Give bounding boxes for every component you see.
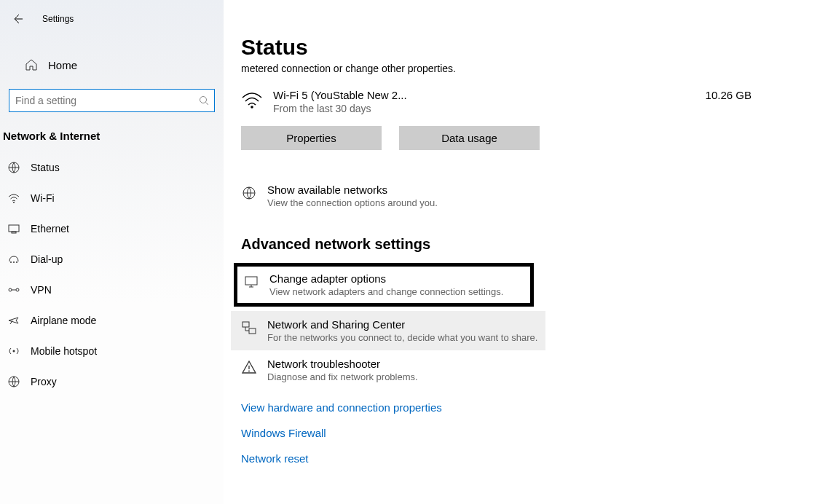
- sidebar-item-dialup[interactable]: Dial-up: [1, 244, 224, 275]
- sidebar-item-label: Wi-Fi: [31, 192, 55, 204]
- properties-button[interactable]: Properties: [241, 126, 382, 150]
- option-title: Network and Sharing Center: [267, 318, 537, 331]
- search-wrap: [9, 89, 215, 112]
- section-heading: Advanced network settings: [241, 236, 803, 253]
- svg-point-5: [10, 261, 12, 263]
- svg-point-17: [248, 371, 250, 372]
- sidebar-item-airplane[interactable]: Airplane mode: [1, 305, 224, 336]
- option-sub: View the connection options around you.: [267, 197, 438, 208]
- svg-rect-15: [243, 322, 249, 327]
- svg-point-2: [13, 202, 15, 203]
- home-label: Home: [48, 59, 77, 71]
- svg-point-9: [16, 288, 19, 291]
- svg-rect-4: [12, 232, 16, 233]
- sidebar: Settings Home Network & Internet Status …: [0, 0, 224, 504]
- vpn-icon: [7, 283, 20, 296]
- dialup-icon: [7, 253, 20, 266]
- network-name: Wi-Fi 5 (YouStable New 2...: [273, 89, 706, 101]
- option-title: Change adapter options: [269, 272, 503, 285]
- network-sub: From the last 30 days: [273, 103, 706, 114]
- airplane-icon: [7, 314, 20, 327]
- sidebar-item-vpn[interactable]: VPN: [1, 275, 224, 305]
- cutoff-text: metered connection or change other prope…: [241, 63, 803, 74]
- globe-icon: [241, 185, 257, 201]
- sidebar-item-status[interactable]: Status: [1, 152, 224, 183]
- option-title: Network troubleshooter: [267, 358, 418, 370]
- page-title: Status: [241, 35, 803, 60]
- svg-rect-16: [249, 328, 256, 334]
- sidebar-item-wifi[interactable]: Wi-Fi: [1, 183, 224, 213]
- sidebar-home[interactable]: Home: [0, 51, 224, 79]
- wifi-icon: [241, 90, 266, 109]
- network-sharing-center[interactable]: Network and Sharing Center For the netwo…: [241, 318, 541, 343]
- svg-point-6: [13, 261, 15, 263]
- svg-point-7: [16, 261, 17, 263]
- app-title: Settings: [42, 14, 74, 24]
- sidebar-item-label: Status: [31, 162, 60, 173]
- sidebar-item-label: Airplane mode: [31, 315, 96, 326]
- category-label: Network & Internet: [1, 112, 224, 152]
- usage-amount: 10.26 GB: [706, 89, 803, 101]
- back-button[interactable]: [9, 10, 26, 28]
- option-sub: Diagnose and fix network problems.: [267, 371, 418, 382]
- monitor-icon: [243, 274, 259, 290]
- sidebar-item-ethernet[interactable]: Ethernet: [1, 213, 224, 244]
- sidebar-item-label: Dial-up: [31, 253, 63, 265]
- home-icon: [25, 58, 38, 71]
- hotspot-icon: [7, 344, 20, 358]
- sidebar-item-hotspot[interactable]: Mobile hotspot: [1, 336, 224, 366]
- svg-rect-14: [245, 277, 257, 285]
- arrow-left-icon: [12, 13, 23, 25]
- svg-rect-3: [9, 225, 19, 232]
- svg-point-8: [9, 288, 12, 291]
- sidebar-item-proxy[interactable]: Proxy: [1, 366, 224, 397]
- change-adapter-options[interactable]: Change adapter options View network adap…: [243, 271, 526, 299]
- sidebar-item-label: VPN: [31, 284, 52, 296]
- show-available-networks[interactable]: Show available networks View the connect…: [241, 176, 803, 216]
- change-adapter-highlight: Change adapter options View network adap…: [234, 263, 534, 307]
- sharing-icon: [241, 320, 257, 336]
- search-input[interactable]: [9, 89, 215, 112]
- sidebar-item-label: Mobile hotspot: [31, 345, 97, 357]
- option-title: Show available networks: [267, 184, 438, 196]
- main-content: Status metered connection or change othe…: [224, 0, 820, 504]
- globe-icon: [7, 161, 20, 174]
- svg-point-0: [200, 97, 207, 103]
- network-troubleshooter[interactable]: Network troubleshooter Diagnose and fix …: [241, 350, 803, 390]
- proxy-icon: [7, 375, 20, 388]
- svg-point-10: [13, 350, 15, 353]
- link-windows-firewall[interactable]: Windows Firewall: [241, 427, 803, 439]
- wifi-icon: [7, 192, 20, 205]
- data-usage-button[interactable]: Data usage: [399, 126, 540, 150]
- svg-point-12: [251, 106, 253, 109]
- option-sub: For the networks you connect to, decide …: [267, 332, 537, 343]
- link-hardware-properties[interactable]: View hardware and connection properties: [241, 401, 803, 414]
- search-icon: [199, 95, 209, 106]
- network-summary: Wi-Fi 5 (YouStable New 2... From the las…: [241, 86, 803, 122]
- link-network-reset[interactable]: Network reset: [241, 452, 803, 465]
- sidebar-item-label: Proxy: [31, 376, 57, 387]
- ethernet-icon: [7, 222, 20, 235]
- network-sharing-center-hover: Network and Sharing Center For the netwo…: [231, 311, 545, 350]
- option-sub: View network adapters and change connect…: [269, 286, 503, 297]
- sidebar-item-label: Ethernet: [31, 223, 69, 235]
- warning-icon: [241, 359, 257, 375]
